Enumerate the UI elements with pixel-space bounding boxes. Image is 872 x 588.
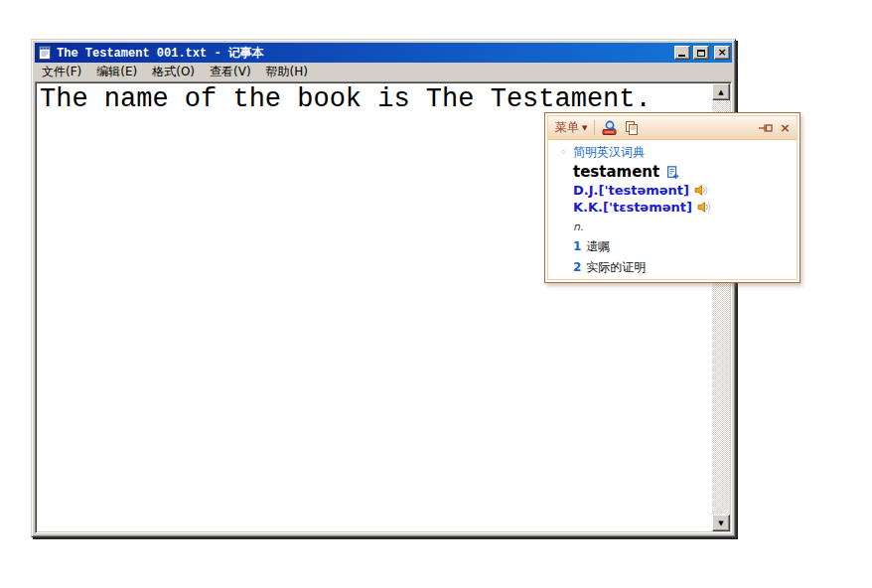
pin-button[interactable] — [758, 121, 775, 135]
dictionary-source-row: ◦ 简明英汉词典 — [573, 144, 791, 160]
add-to-wordbook-icon[interactable] — [665, 165, 679, 180]
close-icon: × — [717, 48, 726, 58]
menubar: 文件(F) 编辑(E) 格式(O) 查看(V) 帮助(H) — [35, 63, 732, 81]
headword: testament — [573, 164, 659, 180]
menu-format[interactable]: 格式(O) — [146, 62, 201, 82]
speaker-icon[interactable] — [697, 201, 712, 214]
speaker-icon[interactable] — [694, 184, 709, 197]
definition-row: 2 实际的证明 — [573, 259, 791, 275]
scroll-up-button[interactable]: ▲ — [712, 83, 730, 100]
window-title: The Testament 001.txt - 记事本 — [56, 45, 671, 62]
menu-dropdown-icon: ▼ — [582, 124, 587, 132]
popup-menu-label: 菜单 — [555, 119, 579, 136]
part-of-speech: n. — [573, 220, 791, 233]
dictionary-popup: 菜单 ▼ — [544, 112, 800, 283]
minimize-icon — [678, 55, 685, 57]
dictionary-name[interactable]: 简明英汉词典 — [573, 144, 645, 160]
menu-help[interactable]: 帮助(H) — [260, 62, 314, 82]
popup-toolbar: 菜单 ▼ — [548, 116, 797, 140]
copy-button[interactable] — [624, 120, 639, 135]
popup-body: ◦ 简明英汉词典 testament — [548, 140, 797, 279]
popup-close-button[interactable]: × — [780, 122, 791, 134]
scroll-down-icon: ▼ — [718, 519, 723, 527]
definition-row: 1 遗嘱 — [573, 238, 791, 254]
menu-view[interactable]: 查看(V) — [204, 62, 257, 82]
phonetic-kk: K.K.['tɛstəmənt] — [573, 200, 692, 216]
notepad-icon — [37, 45, 53, 61]
close-button[interactable]: × — [714, 46, 730, 60]
definition-number: 1 — [573, 238, 581, 254]
phonetic-dj-row: D.J.['testəmənt] — [573, 182, 791, 199]
titlebar[interactable]: The Testament 001.txt - 记事本 × — [35, 43, 732, 63]
maximize-button[interactable] — [693, 46, 709, 60]
definition-text: 遗嘱 — [586, 238, 610, 254]
minimize-button[interactable] — [674, 46, 690, 60]
toolbar-separator — [594, 120, 595, 135]
definition-text: 实际的证明 — [586, 259, 646, 275]
phonetic-kk-row: K.K.['tɛstəmənt] — [573, 199, 791, 216]
document-text: The name of the book is The Testament. — [40, 83, 652, 115]
menu-edit[interactable]: 编辑(E) — [90, 62, 143, 82]
desktop: The Testament 001.txt - 记事本 × 文件(F) 编辑(E… — [0, 0, 872, 588]
scroll-up-icon: ▲ — [718, 88, 723, 96]
definition-number: 2 — [573, 259, 581, 275]
headword-row: testament — [573, 162, 791, 182]
popup-menu-button[interactable]: 菜单 ▼ — [555, 119, 587, 136]
maximize-icon — [697, 50, 705, 57]
dictionary-popup-frame: 菜单 ▼ — [547, 115, 798, 280]
dictionary-search-button[interactable] — [602, 120, 619, 136]
bullet-icon: ◦ — [560, 145, 567, 161]
phonetic-dj: D.J.['testəmənt] — [573, 183, 689, 199]
scroll-down-button[interactable]: ▼ — [712, 514, 730, 531]
menu-file[interactable]: 文件(F) — [36, 62, 87, 82]
